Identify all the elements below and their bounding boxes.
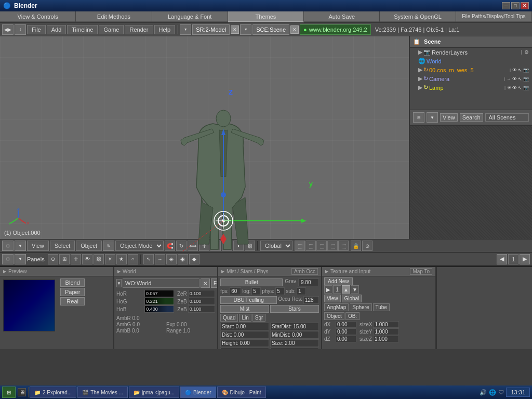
outliner-item-world[interactable]: 🌐 World [410, 57, 532, 65]
tube-btn[interactable]: Tube [373, 303, 390, 311]
mist-btn[interactable]: Mist [220, 305, 269, 313]
menu-icon-blender[interactable]: ↕ [15, 24, 26, 35]
hor-r-bar[interactable]: 0.057 [144, 290, 174, 297]
zer-bar[interactable]: 0.100 [188, 290, 215, 297]
height-input[interactable]: Height: 0.00 [220, 339, 269, 347]
panel-eye-btn[interactable]: 👁 [82, 254, 92, 264]
amb-b-bar[interactable]: AmbB 0.0 [116, 328, 163, 334]
world-name-input[interactable] [123, 278, 200, 288]
close-button[interactable]: ✕ [521, 2, 529, 9]
prev-page-btn[interactable]: ◀ [497, 254, 507, 264]
layer3[interactable]: ⬚ [316, 241, 327, 251]
sizey-val[interactable]: 1.000 [373, 328, 399, 335]
renderlayers-settings[interactable]: ⚙ [524, 49, 529, 55]
dx-val[interactable]: 0.00 [336, 321, 356, 328]
object-icon[interactable]: ↻ [103, 241, 114, 251]
layer5[interactable]: ⬚ [338, 241, 349, 251]
zeb2-bar[interactable]: 0.100 [188, 305, 215, 313]
obj-eye-icon[interactable]: 👁 [512, 68, 517, 73]
lin-btn[interactable]: Lin [239, 314, 251, 322]
next-page-btn[interactable]: ▶ [520, 254, 530, 264]
menu-add[interactable]: Add [47, 25, 66, 34]
obj-render-icon[interactable]: 📷 [523, 68, 529, 73]
panels-icon[interactable]: ⊞ [2, 254, 14, 264]
dz-val[interactable]: 0.00 [336, 336, 356, 342]
grav-input[interactable]: 9.80 [298, 278, 319, 286]
context-icon1[interactable]: ▼ [180, 24, 191, 35]
taskbar-item-2[interactable]: 📂 jpma <jpagu... [129, 387, 179, 398]
scene-select[interactable]: All Scenes [485, 113, 529, 122]
menu-timeline[interactable]: Timeline [67, 25, 98, 34]
paper-button[interactable]: Paper [60, 288, 85, 296]
panel-sun-btn[interactable]: ☀ [105, 254, 115, 264]
panel-cursor-btn[interactable]: ↖ [143, 254, 154, 264]
cam-eye-icon[interactable]: 👁 [512, 76, 517, 82]
sub-input[interactable]: 1 [297, 287, 306, 295]
taskbar-item-1[interactable]: 🎬 The Movies ... [77, 387, 128, 398]
quad-btn[interactable]: Quad [220, 314, 238, 322]
bullet-btn[interactable]: Bullet [220, 278, 283, 286]
exp-bar[interactable]: Exp 0.00 [166, 322, 187, 327]
occu-input[interactable]: 128 [303, 296, 319, 304]
lock-icon[interactable]: 🔒 [351, 241, 361, 251]
colnoise-input[interactable]: Colnoise: [270, 348, 319, 349]
fps-input[interactable]: 60 [230, 287, 241, 295]
url-bar[interactable]: ● www.blender.org 249.2 [300, 24, 371, 35]
tex-slot-up[interactable]: ▲ [342, 285, 350, 294]
ob-btn[interactable]: OB: [345, 312, 360, 320]
menu-file[interactable]: File [27, 25, 46, 34]
dbut-btn[interactable]: DBUT culling [220, 296, 277, 304]
context-sr-close[interactable]: ✕ [231, 25, 239, 34]
panel-move-btn[interactable]: ✛ [71, 254, 81, 264]
start-button[interactable]: ⊞ [2, 387, 16, 398]
outliner-item-lamp[interactable]: ▶ ↻ Lamp | ☀ 👁 ↖ 📷 [410, 83, 532, 92]
sqr-btn[interactable]: Sqr [252, 314, 266, 322]
tab-system-opengl[interactable]: System & OpenGL [380, 11, 456, 22]
minimize-button[interactable]: ─ [502, 2, 510, 9]
maximize-button[interactable]: □ [511, 2, 520, 9]
object-btn[interactable]: Object [76, 241, 102, 251]
viewport-icon[interactable]: ⊞ [2, 241, 14, 251]
menu-game[interactable]: Game [99, 25, 124, 34]
obj-cursor-icon[interactable]: ↖ [518, 68, 522, 73]
global-btn-tex[interactable]: Global [342, 295, 362, 302]
world-x-btn[interactable]: ✕ [201, 278, 210, 288]
phys-input[interactable]: 5 [275, 287, 285, 295]
context-sr[interactable]: SR:2-Model [192, 24, 230, 35]
add-new-btn[interactable]: Add New [324, 277, 353, 285]
tab-view-controls[interactable]: View & Controls [0, 11, 76, 22]
3d-viewport[interactable]: Z y (1) Object.000 [0, 36, 410, 239]
tex-slot-arrow[interactable]: ▶ [324, 285, 332, 294]
view-btn[interactable]: View [27, 241, 49, 251]
range-bar[interactable]: Range 1.0 [166, 328, 190, 334]
scene-icon-btn[interactable]: ⊞ [413, 112, 424, 123]
cam-render-icon[interactable]: 📷 [523, 76, 529, 82]
sphere-btn[interactable]: Sphere [350, 303, 371, 311]
magnet-icon[interactable]: ⊙ [362, 241, 373, 251]
scene-dropdown[interactable]: ▼ [427, 112, 438, 123]
tab-language-font[interactable]: Language & Font [152, 11, 228, 22]
lamp-cursor-icon[interactable]: ↖ [518, 85, 522, 90]
log-input[interactable]: 5 [251, 287, 261, 295]
lamp-eye-icon[interactable]: 👁 [512, 85, 517, 90]
sizez-val[interactable]: 1.000 [373, 336, 399, 342]
size-input[interactable]: Size: 2.00 [270, 339, 319, 347]
context-sce[interactable]: SCE:Scene [252, 24, 289, 35]
lamp-render-icon[interactable]: 📷 [523, 85, 529, 90]
taskbar-item-0[interactable]: 📁 2 Explorad... [30, 387, 76, 398]
tab-edit-methods[interactable]: Edit Methods [76, 11, 152, 22]
desktop-icon[interactable]: 🖥 [18, 388, 26, 396]
stardist-input[interactable]: StarDist: 15.00 [270, 323, 319, 330]
tab-file-paths[interactable]: File Paths/Display/Tool Tips [456, 11, 532, 22]
stars-btn[interactable]: Stars [270, 305, 319, 313]
menu-icon-arrow[interactable]: ◀▶ [2, 24, 14, 35]
panels-dropdown[interactable]: ▼ [15, 254, 26, 264]
menu-help[interactable]: Help [154, 25, 176, 34]
amb-r-bar[interactable]: AmbR 0.0 [116, 315, 163, 321]
context-icon2[interactable]: ▼ [240, 24, 251, 35]
hor-g-bar[interactable]: 0.221 [144, 298, 174, 305]
amb-g-bar[interactable]: AmbG 0.0 [116, 322, 163, 327]
hor-b-bar[interactable]: 0.400 [144, 305, 174, 313]
menu-render[interactable]: Render [125, 25, 153, 34]
lamp-sun-icon[interactable]: ☀ [507, 85, 511, 90]
